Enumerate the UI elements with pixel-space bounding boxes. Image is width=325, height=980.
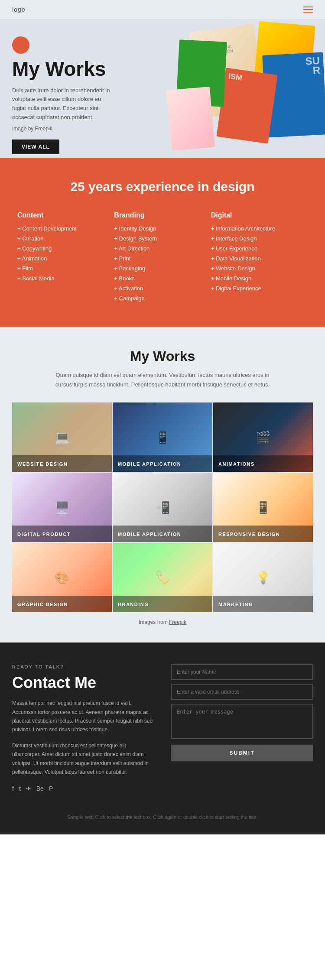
hero-card-6 (166, 87, 215, 151)
exp-item: Curation (17, 235, 114, 242)
hamburger-line (303, 12, 313, 13)
portfolio-label: WEBSITE DESIGN (17, 461, 68, 467)
footer-note-text: Sample text. Click to select the text bo… (12, 814, 313, 821)
hero-credit-link[interactable]: Freepik (35, 126, 52, 132)
contact-desc-2: Dictumst vestibulum rhoncus est pellente… (12, 741, 154, 777)
hero-section: My Works Duis aute irure dolor in repreh… (0, 19, 325, 158)
hamburger-line (303, 6, 313, 7)
exp-col-digital-title: Digital (211, 211, 308, 219)
images-credit: Images from Freepik (12, 619, 313, 625)
portfolio-overlay: BRANDING (113, 596, 212, 612)
portfolio-label: DIGITAL PRODUCT (17, 532, 71, 537)
hero-images: KARINADRYSON SUR ISM (156, 19, 325, 158)
twitter-icon[interactable]: t (19, 785, 21, 792)
experience-title: 25 years experience in design (17, 179, 308, 194)
exp-col-content: Content Content Development Curation Cop… (17, 211, 114, 305)
submit-button[interactable]: SUBMIT (171, 745, 313, 761)
exp-item: Website Design (211, 265, 308, 272)
exp-item: Campaign (114, 295, 211, 302)
exp-col-branding: Branding Identity Design Design System A… (114, 211, 211, 305)
myworks-description: Quam quisque id diam vel quam elementum.… (54, 370, 271, 389)
portfolio-item-graphic[interactable]: 🎨 GRAPHIC DESIGN (12, 543, 112, 612)
navbar: logo (0, 0, 325, 19)
contact-section: READY TO TALK? Contact Me Massa tempor n… (0, 643, 325, 805)
portfolio-overlay: RESPONSIVE DESIGN (213, 526, 313, 542)
exp-item: Content Development (17, 225, 114, 232)
exp-col-digital: Digital Information Architecture Interfa… (211, 211, 308, 305)
hamburger-line (303, 9, 313, 10)
portfolio-overlay: MARKETING (213, 596, 313, 612)
portfolio-label: MOBILE APPLICATION (118, 532, 181, 537)
contact-ready-label: READY TO TALK? (12, 664, 154, 669)
myworks-section: My Works Quam quisque id diam vel quam e… (0, 327, 325, 643)
portfolio-item-website[interactable]: 💻 WEBSITE DESIGN (12, 402, 112, 472)
contact-form: SUBMIT (171, 664, 313, 761)
exp-item: Identity Design (114, 225, 211, 232)
portfolio-label: RESPONSIVE DESIGN (218, 532, 280, 537)
view-all-button[interactable]: VIEW ALL (12, 140, 59, 154)
exp-item: Activation (114, 285, 211, 292)
instagram-icon[interactable]: ✈ (26, 785, 31, 792)
portfolio-item-branding[interactable]: 🏷️ BRANDING (113, 543, 212, 612)
portfolio-item-responsive[interactable]: 📱 RESPONSIVE DESIGN (213, 473, 313, 542)
exp-item: Film (17, 265, 114, 272)
freepik-link[interactable]: Freepik (169, 619, 186, 625)
experience-section: 25 years experience in design Content Co… (0, 158, 325, 327)
exp-item: Animation (17, 255, 114, 262)
exp-col-content-title: Content (17, 211, 114, 219)
hamburger-menu[interactable] (303, 6, 313, 13)
exp-item: User Experience (211, 245, 308, 252)
portfolio-label: GRAPHIC DESIGN (17, 602, 68, 607)
message-input[interactable] (171, 704, 313, 739)
hero-card-4: ISM (216, 68, 277, 143)
portfolio-label: MARKETING (218, 602, 253, 607)
exp-item: Social Media (17, 275, 114, 282)
exp-item: Packaging (114, 265, 211, 272)
hero-description: Duis aute irure dolor in reprehenderit i… (12, 86, 116, 122)
exp-item: Books (114, 275, 211, 282)
exp-item: Art Direction (114, 245, 211, 252)
contact-left: READY TO TALK? Contact Me Massa tempor n… (12, 664, 154, 792)
portfolio-overlay: ANIMATIONS (213, 455, 313, 472)
portfolio-label: BRANDING (118, 602, 149, 607)
portfolio-overlay: MOBILE APPLICATION (113, 455, 212, 472)
pinterest-icon[interactable]: P (49, 785, 53, 792)
exp-item: Digital Experience (211, 285, 308, 292)
exp-item: Mobile Design (211, 275, 308, 282)
portfolio-item-mobile2[interactable]: 📲 MOBILE APPLICATION (113, 473, 212, 542)
portfolio-overlay: GRAPHIC DESIGN (12, 596, 112, 612)
portfolio-label: MOBILE APPLICATION (118, 461, 181, 467)
portfolio-grid: 💻 WEBSITE DESIGN 📱 MOBILE APPLICATION 🎬 … (12, 402, 313, 612)
facebook-icon[interactable]: f (12, 785, 14, 792)
experience-columns: Content Content Development Curation Cop… (17, 211, 308, 305)
exp-col-branding-title: Branding (114, 211, 211, 219)
portfolio-overlay: WEBSITE DESIGN (12, 455, 112, 472)
exp-item: Design System (114, 235, 211, 242)
logo: logo (12, 6, 25, 13)
hero-circle-decoration (12, 36, 29, 54)
exp-item: Data Visualization (211, 255, 308, 262)
contact-right: SUBMIT (171, 664, 313, 792)
name-input[interactable] (171, 664, 313, 680)
exp-item: Information Architecture (211, 225, 308, 232)
portfolio-label: ANIMATIONS (218, 461, 255, 467)
contact-social: f t ✈ Be P (12, 785, 154, 792)
portfolio-item-mobile1[interactable]: 📱 MOBILE APPLICATION (113, 402, 212, 472)
exp-item: Interface Design (211, 235, 308, 242)
contact-desc-1: Massa tempor nec feugiat nisl pretium fu… (12, 699, 154, 734)
email-input[interactable] (171, 684, 313, 700)
contact-title: Contact Me (12, 674, 154, 692)
portfolio-item-animations[interactable]: 🎬 ANIMATIONS (213, 402, 313, 472)
footer-note: Sample text. Click to select the text bo… (0, 805, 325, 834)
exp-item: Print (114, 255, 211, 262)
portfolio-item-marketing[interactable]: 💡 MARKETING (213, 543, 313, 612)
portfolio-overlay: DIGITAL PRODUCT (12, 526, 112, 542)
behance-icon[interactable]: Be (36, 785, 44, 792)
portfolio-overlay: MOBILE APPLICATION (113, 526, 212, 542)
exp-item: Copywriting (17, 245, 114, 252)
myworks-title: My Works (12, 348, 313, 364)
portfolio-item-digital[interactable]: 🖥️ DIGITAL PRODUCT (12, 473, 112, 542)
